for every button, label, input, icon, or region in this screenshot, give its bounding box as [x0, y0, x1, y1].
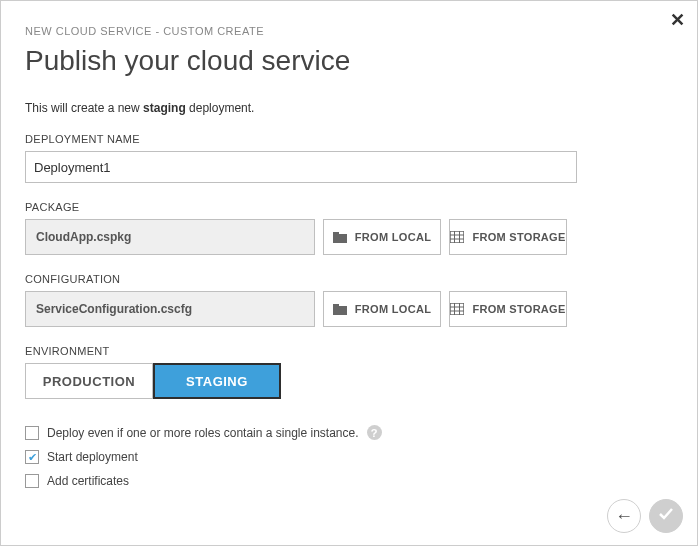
intro-text: This will create a new staging deploymen…	[25, 101, 673, 115]
configuration-from-local-button[interactable]: FROM LOCAL	[323, 291, 441, 327]
environment-production-button[interactable]: PRODUCTION	[25, 363, 153, 399]
package-file-box: CloudApp.cspkg	[25, 219, 315, 255]
deploy-single-instance-checkbox[interactable]	[25, 426, 39, 440]
package-file-name: CloudApp.cspkg	[36, 230, 131, 244]
package-from-storage-button[interactable]: FROM STORAGE	[449, 219, 567, 255]
start-deployment-checkbox[interactable]: ✔	[25, 450, 39, 464]
package-from-local-button[interactable]: FROM LOCAL	[323, 219, 441, 255]
back-button[interactable]: ←	[607, 499, 641, 533]
svg-rect-9	[450, 303, 464, 315]
help-icon[interactable]: ?	[367, 425, 382, 440]
complete-button[interactable]	[649, 499, 683, 533]
close-icon[interactable]: ✕	[670, 11, 685, 29]
configuration-from-local-label: FROM LOCAL	[355, 303, 431, 315]
svg-rect-2	[450, 231, 464, 243]
start-deployment-label: Start deployment	[47, 450, 138, 464]
package-from-storage-label: FROM STORAGE	[472, 231, 565, 243]
add-certificates-label: Add certificates	[47, 474, 129, 488]
page-title: Publish your cloud service	[25, 45, 673, 77]
add-certificates-checkbox[interactable]	[25, 474, 39, 488]
intro-prefix: This will create a new	[25, 101, 143, 115]
breadcrumb: NEW CLOUD SERVICE - CUSTOM CREATE	[25, 25, 673, 37]
check-icon	[657, 505, 675, 527]
package-from-local-label: FROM LOCAL	[355, 231, 431, 243]
storage-grid-icon	[450, 231, 464, 243]
environment-label: ENVIRONMENT	[25, 345, 673, 357]
package-label: PACKAGE	[25, 201, 673, 213]
intro-bold: staging	[143, 101, 186, 115]
folder-icon	[333, 303, 347, 315]
svg-rect-8	[333, 304, 339, 307]
deployment-name-label: DEPLOYMENT NAME	[25, 133, 673, 145]
configuration-label: CONFIGURATION	[25, 273, 673, 285]
intro-suffix: deployment.	[186, 101, 255, 115]
deployment-name-input[interactable]	[25, 151, 577, 183]
configuration-from-storage-button[interactable]: FROM STORAGE	[449, 291, 567, 327]
storage-grid-icon	[450, 303, 464, 315]
svg-rect-0	[333, 234, 347, 243]
configuration-from-storage-label: FROM STORAGE	[472, 303, 565, 315]
environment-staging-button[interactable]: STAGING	[153, 363, 281, 399]
deploy-single-instance-label: Deploy even if one or more roles contain…	[47, 426, 359, 440]
configuration-file-name: ServiceConfiguration.cscfg	[36, 302, 192, 316]
svg-rect-1	[333, 232, 339, 235]
svg-rect-7	[333, 306, 347, 315]
arrow-left-icon: ←	[615, 506, 633, 527]
folder-icon	[333, 231, 347, 243]
configuration-file-box: ServiceConfiguration.cscfg	[25, 291, 315, 327]
